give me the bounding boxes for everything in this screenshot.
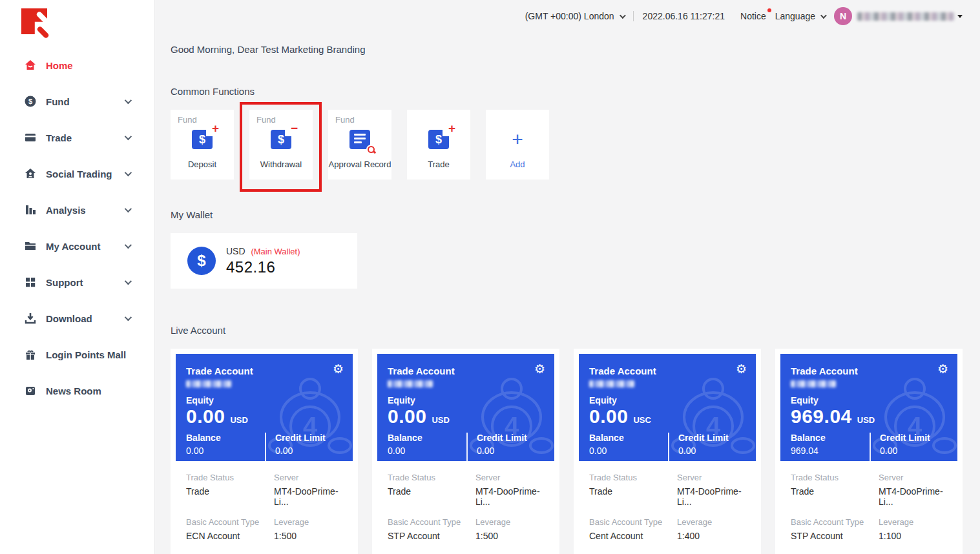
balance-label: Balance (388, 433, 466, 443)
redacted-account-number (388, 380, 433, 387)
deposit-card[interactable]: Fund $ + Deposit (171, 110, 234, 180)
notice-label: Notice (740, 11, 766, 21)
sidebar-item-download[interactable]: Download (0, 300, 154, 336)
trade-icon (23, 130, 37, 145)
common-functions-title: Common Functions (171, 86, 963, 97)
card-category: Fund (178, 115, 197, 125)
balance-label: Balance (791, 433, 870, 443)
wallet-card[interactable]: $ USD (Main Wallet) 452.16 (171, 233, 357, 289)
live-account-row: 4 Trade Account ⚙ Equity 0.00 USD Balanc… (171, 349, 963, 554)
language-selector[interactable]: Language (775, 11, 825, 21)
analysis-icon (23, 203, 37, 217)
equity-value: 0.00 (388, 405, 426, 427)
main-content: (GMT +00:00) London 2022.06.16 11:27:21 … (155, 0, 980, 554)
account-type-value: Cent Account (589, 531, 677, 541)
balance-value: 969.04 (791, 446, 870, 456)
balance-value: 0.00 (589, 446, 668, 456)
wallet-amount: 452.16 (226, 258, 300, 276)
live-account-card: 4 Trade Account ⚙ Equity 0.00 USD Balanc… (171, 349, 358, 554)
balance-label: Balance (186, 433, 265, 443)
account-type-value: STP Account (791, 531, 879, 541)
card-label: Add (486, 159, 549, 169)
equity-value: 0.00 (186, 405, 225, 427)
timezone-label: (GMT +00:00) London (525, 11, 614, 21)
sidebar-item-fund[interactable]: $ Fund (0, 83, 154, 119)
trade-status-value: Trade (388, 486, 475, 507)
chevron-down-icon (125, 314, 132, 321)
sidebar-item-home[interactable]: Home (0, 47, 154, 83)
dollar-circle-icon: $ (187, 247, 216, 275)
gear-icon[interactable]: ⚙ (534, 363, 545, 375)
account-details: Trade Status Server Trade MT4-DooPrime-L… (176, 461, 353, 554)
trade-icon: $ + (428, 130, 449, 149)
account-details: Trade Status Server Trade MT4-DooPrime-L… (377, 461, 554, 554)
withdrawal-card[interactable]: Fund $ − Withdrawal (249, 110, 313, 180)
gear-icon[interactable]: ⚙ (333, 363, 344, 375)
mt4-watermark-icon: 4 (663, 367, 756, 461)
magnifier-icon (368, 146, 375, 153)
mt4-watermark-icon: 4 (260, 367, 353, 461)
mt4-watermark-icon: 4 (461, 367, 554, 461)
sidebar-item-news-room[interactable]: News Room (0, 373, 154, 409)
sidebar-item-label: Trade (46, 132, 72, 143)
server-label: Server (475, 473, 549, 482)
support-icon (23, 275, 37, 289)
equity-currency: USC (633, 415, 651, 425)
account-summary-panel: 4 Trade Account ⚙ Equity 0.00 USC Balanc… (579, 354, 756, 461)
trade-status-label: Trade Status (388, 473, 475, 482)
notice-badge-dot (767, 8, 771, 12)
my-wallet-title: My Wallet (171, 209, 963, 220)
account-type-label: Basic Account Type (186, 517, 274, 527)
card-label: Approval Record (328, 159, 391, 169)
svg-text:$: $ (28, 97, 32, 105)
account-summary-panel: 4 Trade Account ⚙ Equity 0.00 USD Balanc… (377, 354, 554, 461)
sidebar-item-label: Home (46, 60, 73, 71)
leverage-label: Leverage (879, 517, 952, 527)
server-value: MT4-DooPrime-Li... (879, 486, 952, 507)
redacted-account-number (186, 380, 231, 387)
social-trading-icon (23, 167, 37, 181)
trade-status-label: Trade Status (589, 473, 677, 482)
server-label: Server (274, 473, 348, 482)
account-summary-panel: 4 Trade Account ⚙ Equity 0.00 USD Balanc… (176, 354, 353, 461)
notice-button[interactable]: Notice (740, 11, 766, 21)
caret-down-icon (957, 15, 963, 18)
sidebar-item-social-trading[interactable]: Social Trading (0, 156, 154, 192)
gear-icon[interactable]: ⚙ (937, 363, 948, 375)
server-value: MT4-DooPrime-Li... (475, 486, 549, 507)
user-menu[interactable]: N (834, 7, 963, 25)
mt4-watermark-icon: 4 (864, 367, 957, 461)
balance-label: Balance (589, 433, 668, 443)
card-label: Trade (407, 159, 470, 169)
sidebar-item-login-points-mall[interactable]: Login Points Mall (0, 336, 154, 373)
language-label: Language (775, 11, 815, 21)
chevron-down-icon (820, 12, 827, 19)
balance-value: 0.00 (388, 446, 466, 456)
account-type-value: STP Account (388, 531, 475, 541)
chevron-down-icon (125, 133, 132, 140)
sidebar-item-label: Support (46, 277, 83, 288)
timezone-selector[interactable]: (GMT +00:00) London (525, 11, 624, 21)
datetime-label: 2022.06.16 11:27:21 (643, 11, 725, 21)
trade-card[interactable]: $ + Trade (407, 110, 470, 180)
sidebar-item-support[interactable]: Support (0, 264, 154, 300)
redacted-account-number (589, 380, 634, 387)
brand-logo[interactable] (21, 8, 50, 38)
leverage-label: Leverage (677, 517, 751, 527)
gear-icon[interactable]: ⚙ (736, 363, 747, 375)
topbar: (GMT +00:00) London 2022.06.16 11:27:21 … (171, 0, 963, 32)
leverage-label: Leverage (274, 517, 348, 527)
approval-record-card[interactable]: Fund Approval Record (328, 110, 391, 180)
trade-status-value: Trade (186, 486, 274, 507)
live-account-title: Live Account (171, 325, 963, 336)
equity-currency: USD (230, 415, 247, 425)
sidebar-item-my-account[interactable]: My Account (0, 228, 154, 264)
card-label: Deposit (171, 159, 234, 169)
server-value: MT4-DooPrime-Li... (274, 486, 348, 507)
sidebar-item-analysis[interactable]: Analysis (0, 192, 154, 228)
wallet-info: USD (Main Wallet) 452.16 (226, 246, 300, 276)
leverage-label: Leverage (475, 517, 549, 527)
add-card[interactable]: + Add (486, 110, 549, 180)
redacted-account-number (791, 380, 836, 387)
sidebar-item-trade[interactable]: Trade (0, 119, 154, 156)
